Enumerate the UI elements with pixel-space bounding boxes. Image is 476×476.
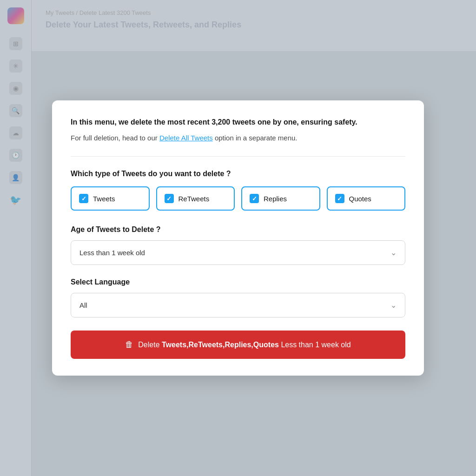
modal-overlay: In this menu, we delete the most recent … bbox=[0, 0, 476, 476]
delete-button[interactable]: 🗑 Delete Tweets,ReTweets,Replies,Quotes … bbox=[71, 331, 405, 359]
replies-label: Replies bbox=[264, 195, 287, 203]
tweets-label: Tweets bbox=[93, 195, 115, 203]
modal-dialog: In this menu, we delete the most recent … bbox=[52, 100, 424, 376]
age-dropdown-value: Less than 1 week old bbox=[79, 249, 145, 257]
quotes-label: Quotes bbox=[349, 195, 371, 203]
tweet-type-retweets[interactable]: ReTweets bbox=[156, 186, 235, 211]
age-dropdown[interactable]: Less than 1 week old ⌄ bbox=[71, 240, 405, 265]
retweets-label: ReTweets bbox=[178, 195, 210, 203]
tweets-checkbox[interactable] bbox=[79, 194, 88, 203]
age-dropdown-section: Age of Tweets to Delete ? Less than 1 we… bbox=[71, 225, 405, 265]
modal-intro-bold: In this menu, we delete the most recent … bbox=[71, 117, 405, 127]
tweet-type-question: Which type of Tweets do you want to dele… bbox=[71, 170, 405, 178]
trash-icon: 🗑 bbox=[125, 340, 133, 350]
tweet-type-tweets[interactable]: Tweets bbox=[71, 186, 150, 211]
age-label: Age of Tweets to Delete ? bbox=[71, 225, 405, 234]
language-dropdown-section: Select Language All ⌄ bbox=[71, 278, 405, 317]
tweet-type-replies[interactable]: Replies bbox=[241, 186, 320, 211]
quotes-checkbox[interactable] bbox=[335, 194, 344, 203]
language-dropdown-chevron-icon: ⌄ bbox=[390, 301, 397, 310]
language-dropdown[interactable]: All ⌄ bbox=[71, 293, 405, 317]
language-dropdown-value: All bbox=[79, 301, 87, 309]
language-label: Select Language bbox=[71, 278, 405, 286]
delete-button-text: Delete Tweets,ReTweets,Replies,Quotes Le… bbox=[138, 341, 350, 349]
replies-checkbox[interactable] bbox=[250, 194, 259, 203]
tweet-type-quotes[interactable]: Quotes bbox=[327, 186, 406, 211]
retweets-checkbox[interactable] bbox=[165, 194, 174, 203]
age-dropdown-chevron-icon: ⌄ bbox=[390, 248, 397, 257]
divider-1 bbox=[71, 156, 405, 157]
modal-intro-text: For full deletion, head to our Delete Al… bbox=[71, 133, 405, 144]
delete-all-tweets-link[interactable]: Delete All Tweets bbox=[159, 134, 213, 142]
tweet-types-container: Tweets ReTweets Replies Quotes bbox=[71, 186, 405, 211]
